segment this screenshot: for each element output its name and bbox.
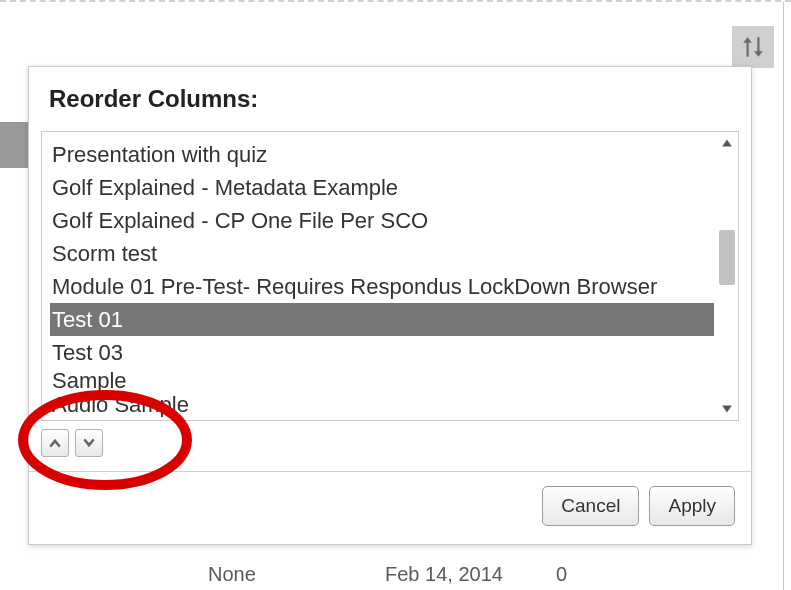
bg-cell-zero: 0 [556,563,567,586]
bg-sidebar-fragment [0,122,30,168]
move-up-button[interactable] [41,429,69,457]
scroll-down-button[interactable] [718,400,736,418]
sort-columns-button[interactable] [732,26,774,68]
cancel-button[interactable]: Cancel [542,486,639,526]
list-item[interactable]: Sample [50,369,714,393]
bg-cell-none: None [208,563,256,586]
list-item[interactable]: Test 03 [50,336,714,369]
list-item-selected[interactable]: Test 01 [50,303,714,336]
list-item[interactable]: Presentation with quiz [50,138,714,171]
apply-button[interactable]: Apply [649,486,735,526]
chevron-down-icon [82,436,96,450]
sort-arrows-icon [740,34,766,60]
list-item[interactable]: Scorm test [50,237,714,270]
list-item[interactable]: Golf Explained - Metadata Example [50,171,714,204]
move-buttons [41,429,739,457]
chevron-up-icon [721,137,733,149]
chevron-up-icon [48,436,62,450]
modal-footer: Cancel Apply [29,472,751,544]
bg-cell-date: Feb 14, 2014 [385,563,503,586]
list-item[interactable]: Golf Explained - CP One File Per SCO [50,204,714,237]
columns-list: Presentation with quiz Golf Explained - … [42,132,722,420]
scroll-thumb[interactable] [719,230,735,285]
reorder-columns-modal: Reorder Columns: Presentation with quiz … [28,66,752,545]
list-item[interactable]: Audio Sample [50,393,714,417]
scroll-up-button[interactable] [718,134,736,152]
list-item[interactable]: Module 01 Pre-Test- Requires Respondus L… [50,270,714,303]
modal-title: Reorder Columns: [29,67,751,119]
move-down-button[interactable] [75,429,103,457]
columns-listbox[interactable]: Presentation with quiz Golf Explained - … [41,131,739,421]
scroll-track[interactable] [718,152,736,400]
scrollbar[interactable] [718,134,736,418]
chevron-down-icon [721,403,733,415]
